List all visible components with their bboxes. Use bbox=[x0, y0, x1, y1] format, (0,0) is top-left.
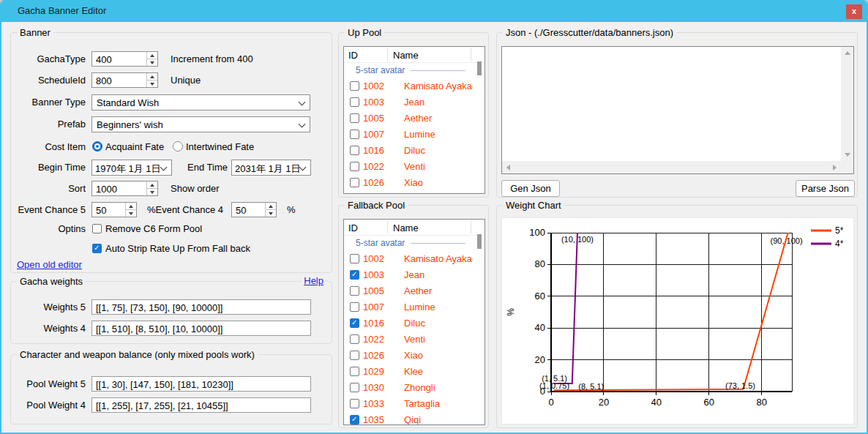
event-chance-5-stepper[interactable]: 50 bbox=[91, 202, 137, 217]
row-checkbox[interactable] bbox=[350, 286, 359, 296]
vertical-scrollbar[interactable] bbox=[841, 47, 853, 161]
spin-down-button[interactable] bbox=[147, 80, 157, 87]
pool-row[interactable]: 1003Jean bbox=[344, 94, 484, 110]
row-checkbox[interactable] bbox=[350, 113, 359, 123]
parse-json-button[interactable]: Parse Json bbox=[796, 180, 855, 197]
row-checkbox[interactable] bbox=[350, 318, 359, 328]
pool-row[interactable]: 1035Qiqi bbox=[344, 411, 484, 425]
svg-text:0: 0 bbox=[548, 397, 553, 408]
pool-row[interactable]: 1016Diluc bbox=[344, 315, 484, 331]
spin-down-button[interactable] bbox=[147, 188, 157, 195]
pool-row[interactable]: 1029Klee bbox=[344, 363, 484, 379]
spin-down-button[interactable] bbox=[126, 209, 136, 217]
svg-text:100: 100 bbox=[529, 227, 545, 238]
pool-row[interactable]: 1022Venti bbox=[344, 331, 484, 347]
weight-chart-panel: 020406080020406080100(10, 100)(90, 100)(… bbox=[501, 217, 854, 424]
spin-down-button[interactable] bbox=[147, 59, 157, 66]
row-checkbox[interactable] bbox=[350, 81, 359, 91]
scroll-right-button[interactable] bbox=[828, 161, 841, 173]
intertwined-fate-radio[interactable] bbox=[173, 141, 183, 151]
fallback-pool-list[interactable]: ID Name 5-star avatar 1002Kamisato Ayaka… bbox=[343, 219, 485, 425]
window-title: Gacha Banner Editor bbox=[18, 5, 106, 16]
row-name: Zhongli bbox=[404, 382, 435, 393]
row-checkbox[interactable] bbox=[350, 146, 359, 155]
weights-4-input[interactable]: [[1, 510], [8, 510], [10, 10000]] bbox=[91, 321, 311, 336]
row-checkbox[interactable] bbox=[350, 178, 359, 187]
pool-row[interactable]: 1022Venti bbox=[344, 158, 484, 174]
row-checkbox[interactable] bbox=[350, 367, 359, 376]
schedule-id-stepper[interactable]: 800 bbox=[91, 72, 158, 88]
row-checkbox[interactable] bbox=[350, 351, 359, 360]
event-chance-5-value: 50 bbox=[92, 203, 125, 217]
row-name: Aether bbox=[404, 285, 432, 296]
pool-row[interactable]: 1016Diluc bbox=[344, 142, 484, 158]
auto-strip-checkbox[interactable] bbox=[92, 244, 102, 253]
spin-up-button[interactable] bbox=[147, 182, 157, 188]
banner-group-label: Banner bbox=[17, 27, 53, 38]
row-checkbox[interactable] bbox=[350, 270, 359, 280]
pool-row[interactable]: 1007Lumine bbox=[344, 299, 484, 315]
pool-row[interactable]: 1033Tartaglia bbox=[344, 395, 484, 411]
remove-c6-label[interactable]: Remove C6 Form Pool bbox=[105, 223, 202, 235]
pool-row[interactable]: 1005Aether bbox=[344, 110, 484, 126]
end-time-value: 2031年 1月 1日 bbox=[235, 163, 301, 174]
gacha-type-hint: Increment from 400 bbox=[171, 51, 253, 67]
prefab-select[interactable]: Beginners' wish bbox=[91, 116, 310, 132]
weight-chart-group-label: Weight Chart bbox=[503, 200, 564, 211]
column-header-id[interactable]: ID bbox=[344, 220, 387, 235]
pool-row[interactable]: 1002Kamisato Ayaka bbox=[344, 78, 484, 94]
remove-c6-checkbox[interactable] bbox=[92, 224, 102, 233]
row-checkbox[interactable] bbox=[350, 302, 359, 312]
spin-up-button[interactable] bbox=[147, 52, 157, 59]
pool-row[interactable]: 1007Lumine bbox=[344, 126, 484, 142]
spin-up-button[interactable] bbox=[126, 203, 136, 209]
open-old-editor-link[interactable]: Open old editor bbox=[17, 259, 82, 270]
row-checkbox[interactable] bbox=[350, 334, 359, 344]
row-checkbox[interactable] bbox=[350, 383, 359, 392]
weights-5-input[interactable]: [[1, 75], [73, 150], [90, 10000]] bbox=[91, 299, 311, 315]
pool-row[interactable]: 1002Kamisato Ayaka bbox=[344, 250, 484, 266]
acquaint-fate-radio[interactable] bbox=[92, 141, 102, 151]
help-link[interactable]: Help bbox=[302, 275, 326, 286]
begin-time-label: Begin Time bbox=[11, 160, 86, 176]
event-chance-4-unit: % bbox=[287, 202, 296, 217]
json-textarea[interactable] bbox=[501, 46, 854, 174]
end-time-picker[interactable]: 2031年 1月 1日 bbox=[231, 160, 311, 176]
pool-weight-4-input[interactable]: [[1, 255], [17, 255], [21, 10455]] bbox=[91, 397, 311, 413]
scrollbar-thumb[interactable] bbox=[477, 234, 482, 249]
auto-strip-label[interactable]: Auto Strip Rate Up From Fall back bbox=[105, 243, 250, 255]
spin-up-button[interactable] bbox=[266, 203, 276, 209]
scroll-left-icon bbox=[506, 165, 510, 171]
pool-row[interactable]: 1005Aether bbox=[344, 283, 484, 299]
banner-type-select[interactable]: Standard Wish bbox=[91, 94, 310, 111]
gacha-type-stepper[interactable]: 400 bbox=[91, 51, 158, 67]
event-chance-4-stepper[interactable]: 50 bbox=[231, 202, 277, 217]
row-checkbox[interactable] bbox=[350, 162, 359, 171]
pool-weight-5-input[interactable]: [[1, 30], [147, 150], [181, 10230]] bbox=[91, 376, 311, 392]
column-header-id[interactable]: ID bbox=[344, 47, 387, 62]
scroll-up-button[interactable] bbox=[841, 47, 853, 59]
row-name: Qiqi bbox=[404, 414, 421, 425]
up-pool-list[interactable]: ID Name 5-star avatar 1002Kamisato Ayaka… bbox=[343, 46, 485, 194]
acquaint-fate-label[interactable]: Acquaint Fate bbox=[105, 141, 164, 153]
row-checkbox[interactable] bbox=[350, 97, 359, 107]
pool-row[interactable]: 1026Xiao bbox=[344, 174, 484, 190]
row-checkbox[interactable] bbox=[350, 254, 359, 263]
row-checkbox[interactable] bbox=[350, 130, 359, 139]
row-checkbox[interactable] bbox=[350, 399, 359, 408]
intertwined-fate-label[interactable]: Intertwined Fate bbox=[186, 141, 254, 153]
horizontal-scrollbar[interactable] bbox=[502, 161, 841, 173]
sort-stepper[interactable]: 1000 bbox=[91, 181, 158, 196]
spin-down-button[interactable] bbox=[266, 209, 276, 217]
scrollbar-thumb[interactable] bbox=[477, 61, 482, 75]
pool-row[interactable]: 1026Xiao bbox=[344, 347, 484, 363]
scroll-down-button[interactable] bbox=[841, 149, 853, 161]
spin-up-button[interactable] bbox=[147, 73, 157, 80]
pool-row[interactable]: 1003Jean bbox=[344, 266, 484, 283]
gen-json-button[interactable]: Gen Json bbox=[501, 180, 560, 197]
up-pool-group: Up Pool ID Name 5-star avatar 1002Kamisa… bbox=[338, 32, 489, 198]
close-button[interactable]: x bbox=[846, 4, 862, 19]
pool-row[interactable]: 1030Zhongli bbox=[344, 379, 484, 395]
row-checkbox[interactable] bbox=[350, 415, 359, 424]
scroll-left-button[interactable] bbox=[502, 161, 515, 173]
